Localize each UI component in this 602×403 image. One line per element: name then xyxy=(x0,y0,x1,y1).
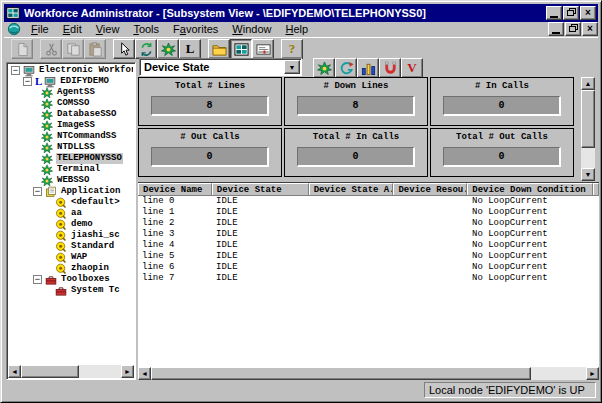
table-row[interactable]: line 7IDLENo LoopCurrent xyxy=(138,273,599,284)
refresh-button[interactable] xyxy=(135,39,157,59)
tree-item-toolboxes[interactable]: −Toolboxes xyxy=(9,274,133,285)
stats-vertical-scrollbar[interactable]: ▲ ▼ xyxy=(581,77,595,181)
table-row[interactable]: line 0IDLENo LoopCurrent xyxy=(138,196,599,207)
tree-item-application[interactable]: −Application xyxy=(9,186,133,197)
tree-item-wap[interactable]: WAP xyxy=(9,252,133,263)
tree-item-imagess[interactable]: ImageSS xyxy=(9,120,133,131)
tree-item-edifydemo[interactable]: −LEDIFYDEMO xyxy=(9,76,133,87)
new-document-button[interactable] xyxy=(11,39,33,59)
chevron-down-icon[interactable]: ▼ xyxy=(284,60,300,74)
minimize-icon xyxy=(550,16,558,18)
mdi-restore-button[interactable] xyxy=(565,22,581,36)
menu-item-favorites[interactable]: Favorites xyxy=(166,23,225,36)
tree-item-demo[interactable]: demo xyxy=(9,219,133,230)
tree-horizontal-scrollbar[interactable]: ◄ ► xyxy=(8,365,134,378)
cell-state-attr xyxy=(309,229,394,240)
scroll-left-icon[interactable]: ◄ xyxy=(8,365,21,378)
tree-item-ntdllss[interactable]: NTDLLSS xyxy=(9,142,133,153)
tree-item-standard[interactable]: Standard xyxy=(9,241,133,252)
tree-item-zhaopin[interactable]: zhaopin xyxy=(9,263,133,274)
table-row[interactable]: line 6IDLENo LoopCurrent xyxy=(138,262,599,273)
tree-item-aa[interactable]: aa xyxy=(9,208,133,219)
scroll-right-icon[interactable]: ► xyxy=(586,367,599,380)
help-icon: ? xyxy=(289,41,296,57)
cell-resource xyxy=(394,251,468,262)
tree-item-system-toolbox[interactable]: System Tc xyxy=(9,285,133,296)
tree-pane: −Electronic Workfor −LEDIFYDEMO AgentSS … xyxy=(6,62,136,380)
collapse-icon[interactable]: − xyxy=(23,77,32,86)
table-row[interactable]: line 5IDLENo LoopCurrent xyxy=(138,251,599,262)
tree-item-jiashi[interactable]: jiashi_sc xyxy=(9,230,133,241)
minimize-button[interactable] xyxy=(546,6,562,20)
col-device-down-condition[interactable]: Device Down Condition xyxy=(467,183,593,195)
subsystem-button[interactable] xyxy=(157,39,179,59)
cell-device-state: IDLE xyxy=(212,196,309,207)
scroll-down-icon[interactable]: ▼ xyxy=(581,168,595,181)
window-titlebar: Workforce Administrator - [Subsystem Vie… xyxy=(4,4,598,22)
menu-item-edit[interactable]: Edit xyxy=(56,23,89,36)
cut-icon xyxy=(44,42,59,57)
help-button[interactable]: ? xyxy=(281,39,303,59)
scroll-thumb[interactable] xyxy=(151,367,531,380)
tree-item-default[interactable]: <default> xyxy=(9,197,133,208)
col-device-state-attr[interactable]: Device State A... xyxy=(309,183,394,195)
refresh-view-button[interactable] xyxy=(335,58,357,78)
tree-item-electronic-workforce[interactable]: −Electronic Workfor xyxy=(9,65,133,76)
mdi-minimize-button[interactable] xyxy=(548,22,564,36)
cell-device-state: IDLE xyxy=(212,262,309,273)
menu-item-view[interactable]: View xyxy=(89,23,127,36)
cell-device-state: IDLE xyxy=(212,218,309,229)
collapse-icon[interactable]: − xyxy=(33,275,42,284)
col-device-state[interactable]: Device State xyxy=(212,183,309,195)
menu-item-tools[interactable]: Tools xyxy=(126,23,166,36)
tree-item-comsso[interactable]: COMSSO xyxy=(9,98,133,109)
chart-button[interactable] xyxy=(357,58,379,78)
tree-item-databasesso[interactable]: DatabaseSSO xyxy=(9,109,133,120)
label-l-button[interactable]: L xyxy=(179,39,201,59)
table-row[interactable]: line 4IDLENo LoopCurrent xyxy=(138,240,599,251)
stat-cell: Total # In Calls0 xyxy=(284,128,428,177)
monitor-button[interactable] xyxy=(313,58,335,78)
col-device-name[interactable]: Device Name xyxy=(138,183,212,195)
menu-item-window[interactable]: Window xyxy=(225,23,278,36)
validate-button[interactable]: V xyxy=(401,58,423,78)
scroll-right-icon[interactable]: ► xyxy=(121,365,134,378)
table-horizontal-scrollbar[interactable]: ◄ ► xyxy=(138,367,599,380)
cut-button[interactable] xyxy=(40,39,62,59)
scroll-thumb[interactable] xyxy=(21,365,79,378)
tree-item-websso[interactable]: WEBSSO xyxy=(9,175,133,186)
open-folder-button[interactable] xyxy=(208,39,230,59)
cell-down-condition: No LoopCurrent xyxy=(468,207,594,218)
tree-item-telephonysso[interactable]: TELEPHONYSSO xyxy=(9,153,133,164)
table-row[interactable]: line 2IDLENo LoopCurrent xyxy=(138,218,599,229)
copy-button[interactable] xyxy=(62,39,84,59)
cell-device-state: IDLE xyxy=(212,251,309,262)
subsystem-view-button[interactable] xyxy=(230,39,252,59)
paste-button[interactable] xyxy=(84,39,106,59)
col-device-resource[interactable]: Device Resou... xyxy=(393,183,467,195)
collapse-icon[interactable]: − xyxy=(11,66,20,75)
properties-button[interactable] xyxy=(252,39,274,59)
close-button[interactable]: × xyxy=(580,6,596,20)
cell-state-attr xyxy=(309,240,394,251)
magnet-button[interactable] xyxy=(379,58,401,78)
stats-panel: Total # Lines8 # Down Lines8 # In Calls0… xyxy=(138,77,578,181)
scroll-up-icon[interactable]: ▲ xyxy=(581,77,595,90)
folder-icon xyxy=(212,42,227,57)
stat-value: 8 xyxy=(151,96,269,116)
tree-item-ntcommandss[interactable]: NTCommandSS xyxy=(9,131,133,142)
tree-item-agentss[interactable]: AgentSS xyxy=(9,87,133,98)
menu-item-file[interactable]: File xyxy=(24,23,56,36)
tree-item-terminal[interactable]: Terminal xyxy=(9,164,133,175)
select-arrow-button[interactable] xyxy=(113,39,135,59)
collapse-icon[interactable]: − xyxy=(33,187,42,196)
table-row[interactable]: line 3IDLENo LoopCurrent xyxy=(138,229,599,240)
table-row[interactable]: line 1IDLENo LoopCurrent xyxy=(138,207,599,218)
mdi-close-button[interactable]: × xyxy=(582,22,598,36)
device-table: Device Name Device State Device State A.… xyxy=(138,182,599,367)
scroll-thumb[interactable] xyxy=(581,90,595,148)
scroll-left-icon[interactable]: ◄ xyxy=(138,367,151,380)
restore-button[interactable] xyxy=(563,6,579,20)
device-state-selector[interactable]: Device State ▼ xyxy=(139,58,302,76)
menu-item-help[interactable]: Help xyxy=(278,23,315,36)
